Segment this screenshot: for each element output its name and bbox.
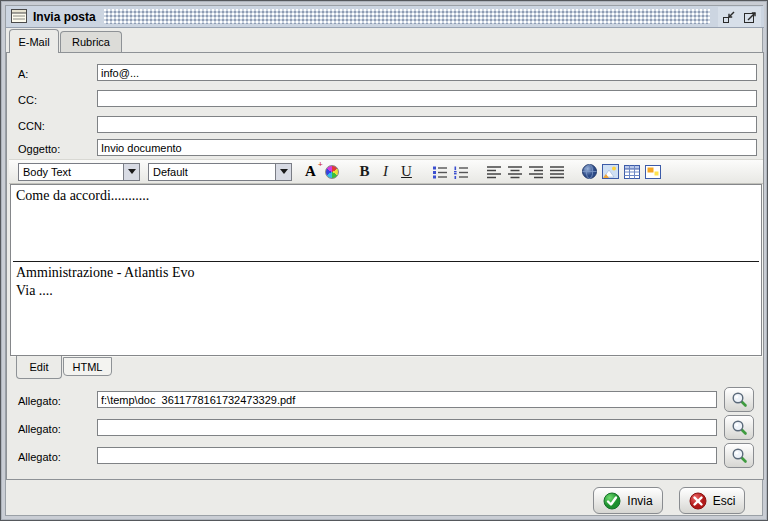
ccn-input[interactable] [97,116,757,133]
window-controls [718,7,761,27]
underline-button[interactable]: U [396,162,417,182]
tab-html-label: HTML [73,361,103,373]
window-title: Invia posta [33,10,96,24]
justify-button[interactable] [546,162,567,182]
invia-posta-window: Invia posta E-Mail Rubrica [0,0,768,521]
body-line: Come da accordi........... [16,188,149,204]
invia-button-label: Invia [627,494,652,508]
italic-icon: I [383,163,388,180]
paragraph-style-value: Body Text [19,166,123,178]
align-right-button[interactable] [525,162,546,182]
signature-line-1: Amministrazione - Atlantis Evo [16,265,194,281]
allegato-label-1: Allegato: [18,395,61,407]
numbered-list-icon [453,164,469,180]
align-left-icon [486,164,502,180]
message-body-editor[interactable]: Come da accordi........... Amministrazio… [10,184,762,356]
browse-attachment-button-2[interactable] [724,415,754,440]
bulleted-list-button[interactable] [429,162,450,182]
exit-x-icon [689,492,707,510]
bulleted-list-icon [432,164,448,180]
signature-divider [13,261,759,262]
numbered-list-button[interactable] [450,162,471,182]
tab-edit-view[interactable]: Edit [16,356,62,379]
maximize-icon [743,10,757,24]
restore-window-button[interactable] [721,9,737,25]
titlebar-texture [104,9,710,24]
tab-html-view[interactable]: HTML [63,357,112,376]
text-color-wheel-icon [325,165,339,179]
tab-edit-label: Edit [30,361,49,373]
title-bar: Invia posta [6,6,764,28]
allegato-input-2[interactable] [97,419,717,436]
align-center-icon [507,164,523,180]
globe-link-icon [581,163,598,180]
magnifier-icon [731,391,748,408]
cc-input[interactable] [97,90,757,107]
tab-email[interactable]: E-Mail [9,29,59,53]
tab-rubrica[interactable]: Rubrica [60,31,122,52]
combo-arrow-icon [123,164,139,180]
combo-arrow-icon [275,164,291,180]
app-window-icon [11,9,27,24]
cc-label: CC: [18,94,37,106]
tab-email-label: E-Mail [18,36,49,48]
text-color-button[interactable] [321,162,342,182]
insert-link-button[interactable] [579,162,600,182]
magnifier-icon [731,419,748,436]
browse-attachment-button-3[interactable] [724,443,754,468]
tab-rubrica-label: Rubrica [72,36,110,48]
send-check-icon [603,492,621,510]
bold-icon: B [359,163,369,180]
align-center-button[interactable] [504,162,525,182]
bold-button[interactable]: B [354,162,375,182]
oggetto-input[interactable] [97,139,757,156]
esci-button[interactable]: Esci [679,487,745,514]
insert-table-icon [624,165,640,179]
insert-image-button[interactable] [600,162,621,182]
allegato-input-3[interactable] [97,447,717,464]
insert-object-button[interactable] [642,162,663,182]
browse-attachment-button-1[interactable] [724,387,754,412]
insert-object-icon [645,165,661,179]
allegato-label-3: Allegato: [18,451,61,463]
align-left-button[interactable] [483,162,504,182]
paragraph-style-combo[interactable]: Body Text [18,163,140,181]
font-family-value: Default [149,166,275,178]
invia-button[interactable]: Invia [593,487,663,514]
justify-icon [549,164,565,180]
signature-line-2: Via .... [16,283,53,299]
oggetto-label: Oggetto: [18,143,60,155]
font-size-button[interactable]: A+ [300,162,321,182]
restore-icon [722,10,736,24]
email-tab-panel: A: CC: CCN: Oggetto: Body Text Default A… [6,52,764,480]
italic-button[interactable]: I [375,162,396,182]
font-family-combo[interactable]: Default [148,163,292,181]
a-input[interactable] [97,64,757,81]
esci-button-label: Esci [713,494,736,508]
a-label: A: [18,68,28,80]
maximize-window-button[interactable] [742,9,758,25]
font-size-icon: A+ [305,163,316,180]
allegato-input-1[interactable] [97,391,717,408]
underline-icon: U [401,163,412,180]
align-right-icon [528,164,544,180]
magnifier-icon [731,447,748,464]
ccn-label: CCN: [18,120,45,132]
format-toolbar: Body Text Default A+ B I U [9,159,763,184]
insert-image-icon [602,164,619,179]
allegato-label-2: Allegato: [18,423,61,435]
insert-table-button[interactable] [621,162,642,182]
